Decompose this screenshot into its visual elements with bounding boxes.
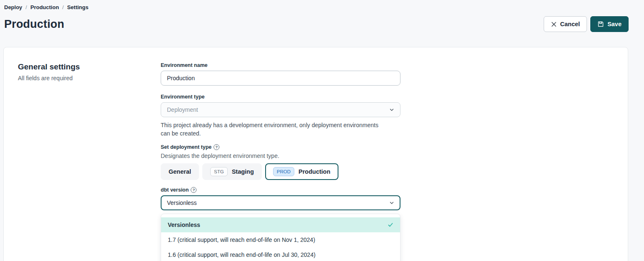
page: Deploy / Production / Settings Productio… [0,0,644,261]
cancel-button-label: Cancel [560,21,580,27]
environment-name-input[interactable] [161,71,400,86]
deployment-type-options: General STG Staging PROD Production [161,163,400,180]
environment-name-label: Environment name [161,62,400,68]
option-label: Versionless [168,222,200,228]
save-button-label: Save [607,21,622,27]
environment-type-label: Environment type [161,94,400,100]
environment-type-value: Deployment [167,106,198,113]
option-label: 1.6 (critical support, will reach end-of… [168,251,316,258]
page-title: Production [4,18,65,31]
dbt-version-dropdown-menu: Versionless 1.7 (critical support, will … [161,214,400,261]
deployment-type-staging-label: Staging [232,168,254,175]
deployment-type-description: Designates the deployment environment ty… [161,153,400,159]
deployment-type-production-label: Production [298,168,331,175]
staging-badge: STG [210,167,228,176]
environment-type-helper: This project already has a development e… [161,121,388,138]
help-icon[interactable]: ? [214,144,219,150]
breadcrumb-separator: / [25,4,27,10]
deployment-type-general-label: General [169,168,191,175]
breadcrumb: Deploy / Production / Settings [0,0,644,10]
section-subtitle: All fields are required [18,75,161,81]
settings-form: Environment name Environment type Deploy… [161,62,400,261]
close-icon [551,21,557,27]
check-icon [388,222,393,228]
deployment-type-staging-button[interactable]: STG Staging [202,163,262,180]
breadcrumb-deploy[interactable]: Deploy [4,4,22,10]
production-badge: PROD [273,167,294,176]
page-header: Production Cancel Save [0,10,644,32]
option-label: 1.7 (critical support, will reach end-of… [168,236,315,243]
save-button[interactable]: Save [590,16,629,32]
dbt-version-option-1-6[interactable]: 1.6 (critical support, will reach end-of… [161,247,400,261]
chevron-down-icon [389,107,394,112]
deployment-type-label: Set deployment type [161,144,211,150]
dbt-version-label: dbt version [161,187,189,193]
dbt-version-select[interactable]: Versionless [161,195,400,210]
help-icon[interactable]: ? [191,187,196,193]
save-icon [597,21,604,27]
dbt-version-value: Versionless [167,199,197,206]
breadcrumb-settings[interactable]: Settings [67,4,88,10]
general-settings-card: General settings All fields are required… [3,47,628,261]
dbt-version-option-versionless[interactable]: Versionless [161,217,400,232]
dbt-version-option-1-7[interactable]: 1.7 (critical support, will reach end-of… [161,232,400,247]
environment-type-select[interactable]: Deployment [161,102,400,117]
deployment-type-production-button[interactable]: PROD Production [265,163,338,180]
section-info: General settings All fields are required [18,62,161,261]
deployment-type-general-button[interactable]: General [161,163,199,180]
header-actions: Cancel Save [544,16,629,32]
cancel-button[interactable]: Cancel [544,16,587,32]
breadcrumb-production[interactable]: Production [30,4,59,10]
chevron-down-icon [389,200,394,205]
section-title: General settings [18,62,161,71]
breadcrumb-separator: / [62,4,64,10]
